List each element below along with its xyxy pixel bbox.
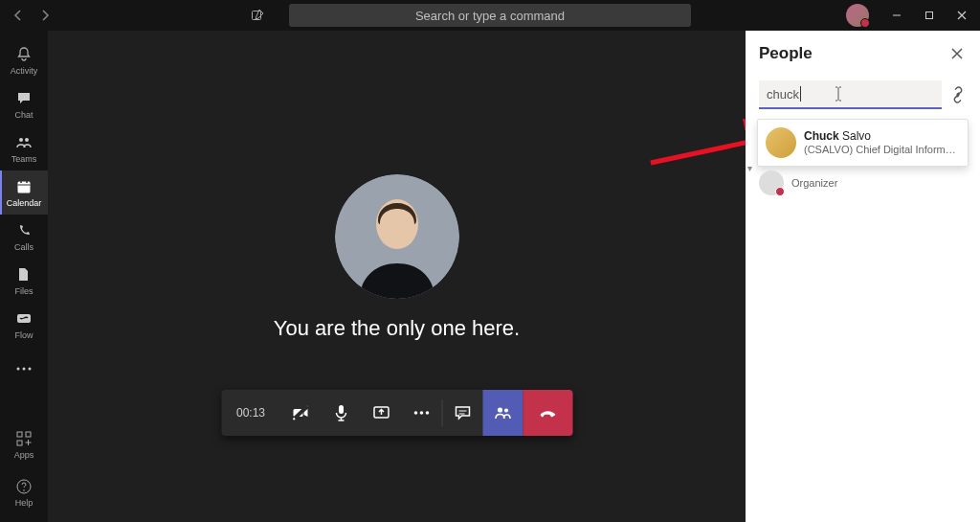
apps-icon [14,429,33,448]
command-search-placeholder: Search or type a command [415,9,565,23]
teams-icon [14,133,33,152]
svg-rect-2 [926,12,933,19]
svg-point-32 [503,408,507,412]
rail-item-files[interactable]: Files [0,259,48,303]
rail-label: Calendar [7,198,42,208]
rail-item-flow[interactable]: Flow [0,303,48,347]
files-icon [14,265,33,284]
rail-label: Files [14,286,33,296]
mic-toggle-button[interactable] [321,390,361,436]
rail-item-activity[interactable]: Activity [0,38,48,82]
svg-point-11 [23,368,26,371]
rail-label: Chat [14,110,33,120]
panel-close-button[interactable] [947,44,967,63]
panel-title: People [759,44,813,63]
app-root: Search or type a command Activity [0,0,980,522]
people-panel: People chuck ▾ [746,31,980,522]
show-participants-button[interactable] [482,390,523,436]
compose-button[interactable] [247,5,268,26]
app-body: Activity Chat Teams Calendar Calls Files [0,31,980,522]
section-chevron-icon[interactable]: ▾ [747,163,752,173]
title-bar: Search or type a command [0,0,980,31]
rail-item-calls[interactable]: Calls [0,215,48,259]
more-actions-button[interactable] [401,390,441,436]
suggestion-subtitle: (CSALVO) Chief Digital Information Of… [804,144,960,157]
rail-item-teams[interactable]: Teams [0,126,48,170]
rail-label: Help [15,498,33,508]
share-screen-button[interactable] [361,390,401,436]
participant-avatar [335,174,459,299]
organizer-row: Organizer [759,170,967,195]
svg-point-26 [413,411,417,415]
rail-label: Calls [14,242,33,252]
call-control-bar: 00:13 [221,390,572,436]
command-search-box[interactable]: Search or type a command [289,4,691,27]
show-conversation-button[interactable] [442,390,482,436]
svg-point-31 [497,407,501,412]
meeting-status-text: You are the only one here. [274,316,520,341]
organizer-avatar [759,170,784,195]
svg-rect-15 [17,441,22,445]
help-icon [14,477,33,496]
window-close-button[interactable] [947,2,976,29]
window-maximize-button[interactable] [915,2,944,29]
suggestion-item[interactable]: Chuck Salvo (CSALVO) Chief Digital Infor… [757,119,969,167]
organizer-label: Organizer [791,177,837,189]
window-minimize-button[interactable] [882,2,911,29]
phone-icon [14,221,33,240]
invite-search-input[interactable]: chuck [759,80,942,109]
svg-point-17 [23,489,25,491]
svg-point-28 [425,411,429,415]
rail-label: Apps [14,450,34,460]
svg-point-10 [17,368,20,371]
suggestion-text: Chuck Salvo (CSALVO) Chief Digital Infor… [804,129,960,157]
rail-item-more[interactable] [0,347,48,391]
invite-search-value: chuck [767,87,799,102]
suggestion-name: Chuck Salvo [804,129,960,144]
title-bar-right [846,2,980,29]
text-cursor-icon [834,85,843,102]
text-caret [800,86,801,102]
rail-label: Teams [11,154,37,164]
rail-item-calendar[interactable]: Calendar [0,170,48,215]
svg-point-27 [419,411,423,415]
call-duration: 00:13 [221,406,280,420]
svg-point-3 [19,138,23,142]
svg-rect-5 [18,182,31,193]
camera-toggle-button[interactable] [280,390,321,436]
suggestion-avatar [766,127,796,158]
app-rail: Activity Chat Teams Calendar Calls Files [0,31,48,522]
rail-item-help[interactable]: Help [0,470,48,514]
bell-icon [14,45,33,64]
meeting-stage: You are the only one here. 00:13 [48,31,746,522]
panel-header: People [759,44,967,63]
nav-back-button[interactable] [8,5,29,26]
svg-point-4 [25,138,29,142]
rail-item-apps[interactable]: Apps [0,422,48,466]
rail-item-chat[interactable]: Chat [0,82,48,126]
svg-rect-24 [339,405,344,414]
title-bar-left [0,5,56,26]
svg-rect-13 [17,432,22,437]
hang-up-button[interactable] [523,390,572,436]
calendar-icon [14,177,33,196]
rail-label: Flow [14,330,33,340]
copy-join-link-button[interactable] [949,86,967,103]
nav-forward-button[interactable] [34,5,56,26]
rail-label: Activity [11,66,38,76]
profile-avatar[interactable] [846,4,869,27]
more-icon [14,359,33,378]
flow-icon [14,309,33,329]
chat-icon [14,89,33,108]
svg-rect-14 [26,432,31,437]
svg-point-12 [29,368,32,371]
